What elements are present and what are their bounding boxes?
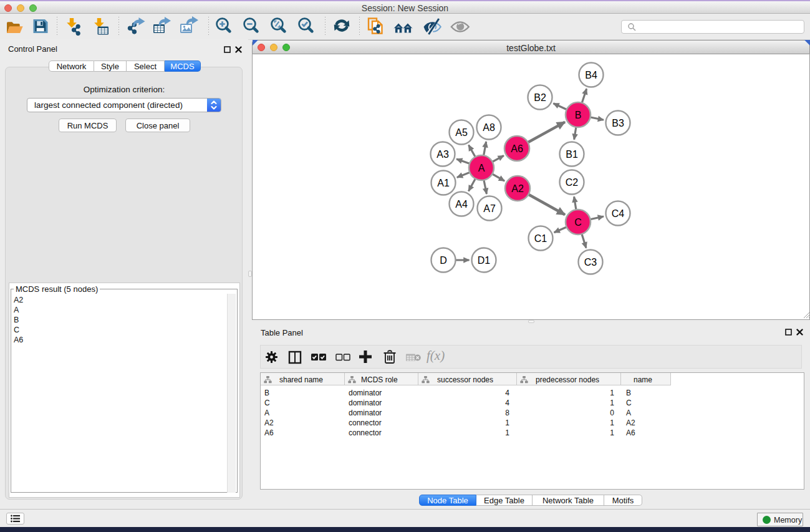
svg-text:C2: C2 bbox=[566, 177, 579, 188]
svg-text:B2: B2 bbox=[534, 92, 546, 103]
svg-text:A5: A5 bbox=[455, 127, 468, 138]
svg-text:C1: C1 bbox=[534, 233, 547, 244]
svg-text:A7: A7 bbox=[483, 203, 496, 214]
svg-text:A8: A8 bbox=[483, 122, 495, 133]
svg-text:C: C bbox=[574, 217, 582, 228]
svg-text:A2: A2 bbox=[511, 183, 524, 194]
svg-text:B4: B4 bbox=[585, 70, 597, 80]
svg-text:A4: A4 bbox=[455, 199, 468, 210]
svg-text:A: A bbox=[478, 163, 485, 173]
svg-text:A3: A3 bbox=[436, 149, 449, 160]
svg-text:D: D bbox=[440, 255, 447, 266]
svg-text:B: B bbox=[575, 110, 582, 120]
svg-text:A6: A6 bbox=[511, 143, 523, 154]
svg-text:A1: A1 bbox=[437, 178, 450, 188]
svg-text:B3: B3 bbox=[612, 118, 624, 128]
svg-text:C3: C3 bbox=[584, 257, 597, 268]
svg-text:D1: D1 bbox=[478, 255, 491, 266]
svg-text:C4: C4 bbox=[612, 208, 625, 219]
svg-text:B1: B1 bbox=[566, 149, 578, 160]
